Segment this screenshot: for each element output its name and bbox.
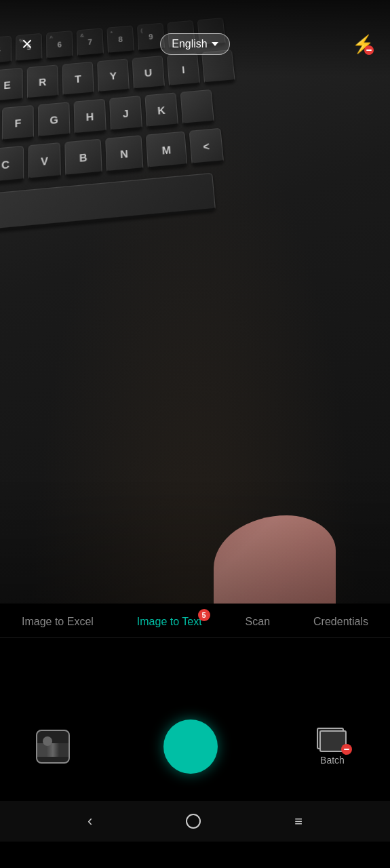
batch-button[interactable]: Batch <box>309 723 356 770</box>
spacer <box>0 638 390 692</box>
tab-credentials[interactable]: Credentials <box>308 613 374 631</box>
tab-badge: 5 <box>198 609 210 621</box>
shutter-button[interactable] <box>163 719 218 774</box>
gallery-button[interactable] <box>34 728 72 766</box>
flash-off-badge <box>364 45 374 55</box>
language-label: English <box>172 38 207 50</box>
batch-stack-icon <box>317 728 344 749</box>
nav-home-button[interactable] <box>186 814 201 829</box>
close-button[interactable]: × <box>14 31 41 58</box>
flash-button[interactable]: ⚡ <box>349 31 376 58</box>
close-icon: × <box>22 35 33 54</box>
language-selector[interactable]: English <box>160 33 229 55</box>
camera-gradient <box>0 481 390 604</box>
top-bar: × English ⚡ <box>0 0 390 75</box>
controls-area: Batch <box>0 692 390 801</box>
batch-label: Batch <box>320 755 345 766</box>
tab-image-to-excel[interactable]: Image to Excel <box>16 613 99 631</box>
android-nav-bar: ‹ ≡ <box>0 801 390 842</box>
tab-image-to-text[interactable]: Image to Text 5 <box>132 613 208 631</box>
tab-scan[interactable]: Scan <box>240 613 275 631</box>
gallery-icon <box>36 730 70 764</box>
batch-icon <box>317 728 348 752</box>
chevron-down-icon <box>212 42 218 46</box>
batch-off-badge <box>341 744 352 755</box>
mode-tabs: Image to Excel Image to Text 5 Scan Cred… <box>0 604 390 638</box>
nav-recents-button[interactable]: ≡ <box>294 814 303 829</box>
nav-back-button[interactable]: ‹ <box>87 812 92 830</box>
camera-view: $4 %5 ^6 &7 *8 (9 <box>0 0 390 604</box>
